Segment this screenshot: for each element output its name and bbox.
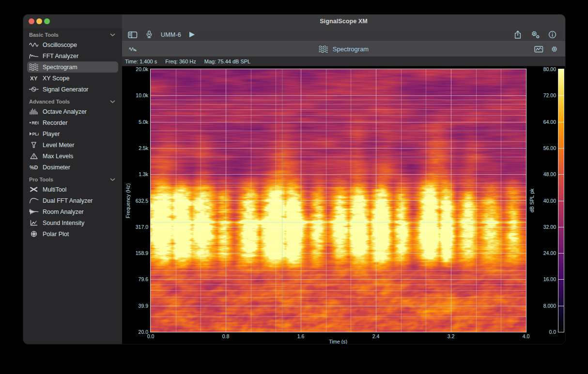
svg-text:%D: %D — [30, 165, 38, 170]
info-icon[interactable] — [548, 30, 557, 39]
view-title: Spectrogram — [333, 45, 369, 53]
colorbar-tick-label: 56.00 — [537, 145, 556, 151]
chart-window-icon[interactable] — [534, 45, 543, 53]
sidebar-section-basic-tools[interactable]: Basic Tools — [23, 28, 122, 39]
microphone-icon[interactable] — [145, 30, 154, 39]
max-levels-icon — [27, 152, 41, 160]
sidebar-item-sound-intensity[interactable]: Sound Intensity — [27, 217, 118, 228]
sidebar-item-label: Spectrogram — [41, 64, 77, 71]
minimize-button[interactable] — [36, 18, 42, 24]
sidebar-item-recorder[interactable]: RECRecorder — [27, 117, 118, 128]
cursor-readout-bar: Time: 1.400 s Freq: 360 Hz Mag: 75.44 dB… — [122, 57, 565, 66]
y-tick-label: 20.0k — [127, 66, 148, 72]
sidebar-item-label: Player — [41, 131, 60, 137]
play-button[interactable] — [188, 31, 196, 38]
sidebar-toggle-icon[interactable] — [128, 31, 138, 39]
colorbar-tick-label: 0.0 — [537, 329, 556, 335]
sidebar-item-dosimeter[interactable]: %DDosimeter — [27, 162, 118, 173]
preferences-gears-icon[interactable] — [530, 30, 540, 39]
sidebar-item-max-levels[interactable]: Max Levels — [27, 150, 118, 162]
sidebar-item-polar-plot[interactable]: Polar Plot — [27, 228, 118, 239]
sound-intensity-icon — [27, 219, 41, 226]
sidebar-item-signal-generator[interactable]: Signal Generator — [27, 84, 118, 95]
x-tick-label: 0.0 — [141, 333, 160, 339]
sidebar-item-octave-analyzer[interactable]: Octave Analyzer — [27, 106, 118, 117]
sidebar: Basic ToolsOscilloscopeFFT AnalyzerSpect… — [23, 28, 123, 344]
cursor-time-readout: Time: 1.400 s — [125, 59, 157, 64]
zoom-button[interactable] — [44, 18, 50, 24]
sidebar-item-label: XY Scope — [41, 75, 69, 82]
sidebar-item-label: FFT Analyzer — [41, 53, 78, 60]
section-label: Advanced Tools — [29, 99, 70, 105]
colorbar-tick-label: 64.00 — [537, 119, 556, 125]
x-tick-label: 0.8 — [216, 333, 235, 339]
colorbar-tick-label: 40.00 — [537, 198, 556, 204]
signal-generator-icon — [27, 86, 41, 93]
spectrogram-plot[interactable] — [150, 69, 526, 332]
y-tick-label: 79.6 — [127, 276, 148, 282]
share-icon[interactable] — [513, 30, 522, 39]
colorbar-tick-mark — [558, 148, 564, 149]
sidebar-item-dual-fft-analyzer[interactable]: Dual FFT Analyzer — [27, 195, 118, 206]
sidebar-item-level-meter[interactable]: Level Meter — [27, 139, 118, 150]
room-analyzer-icon — [27, 208, 41, 215]
dosimeter-icon: %D — [27, 164, 41, 171]
sidebar-item-label: Room Analyzer — [41, 209, 84, 215]
colorbar-tick-label: 24.00 — [537, 250, 556, 256]
sidebar-item-label: MultiTool — [41, 186, 66, 193]
x-tick-label: 2.4 — [366, 333, 386, 339]
sidebar-item-label: Oscilloscope — [41, 42, 77, 48]
window-title: SignalScope XM — [122, 15, 565, 28]
colorbar-tick-mark — [558, 279, 564, 280]
colorbar-tick-mark — [558, 122, 564, 122]
waveform-arrow-icon[interactable] — [129, 45, 138, 53]
sidebar-item-fft-analyzer[interactable]: FFT Analyzer — [27, 50, 118, 61]
multitool-icon — [27, 186, 41, 193]
sidebar-item-player[interactable]: PLAYPlayer — [27, 128, 118, 139]
sidebar-item-spectrogram[interactable]: Spectrogram — [27, 61, 118, 73]
sidebar-section-pro-tools[interactable]: Pro Tools — [23, 173, 122, 184]
fft-analyzer-icon — [27, 52, 41, 60]
view-toolbar: Spectrogram — [122, 41, 565, 57]
app-window: SignalScope XM Basic ToolsOscilloscopeFF… — [23, 15, 565, 344]
colorbar-tick-mark — [558, 174, 564, 175]
svg-text:XY: XY — [30, 75, 38, 81]
device-selector[interactable]: UMM-6 — [161, 31, 181, 38]
y-tick-label: 39.9 — [127, 303, 148, 309]
spectrogram-canvas[interactable] — [151, 69, 526, 332]
sidebar-item-oscilloscope[interactable]: Oscilloscope — [27, 39, 118, 50]
player-icon: PLAY — [27, 130, 41, 137]
cursor-freq-readout: Freq: 360 Hz — [165, 59, 196, 64]
svg-text:PLAY: PLAY — [32, 132, 39, 136]
y-tick-label: 1.3k — [127, 171, 148, 177]
sidebar-item-room-analyzer[interactable]: Room Analyzer — [27, 206, 118, 217]
sidebar-item-xy-scope[interactable]: XYXY Scope — [27, 73, 118, 84]
settings-gear-icon[interactable] — [550, 45, 558, 53]
close-button[interactable] — [29, 18, 34, 24]
plot-panel: Frequency (Hz) dB SPL pk Time (s) 20.0k1… — [122, 66, 565, 344]
colorbar-tick-label: 80.00 — [537, 66, 556, 72]
chevron-down-icon — [110, 32, 115, 38]
sidebar-section-advanced-tools[interactable]: Advanced Tools — [23, 95, 122, 106]
colorbar[interactable] — [558, 69, 564, 332]
section-label: Pro Tools — [29, 177, 53, 182]
section-label: Basic Tools — [29, 32, 59, 38]
colorbar-tick-mark — [558, 306, 564, 306]
x-axis-title: Time (s) — [290, 339, 387, 344]
sidebar-item-label: Dosimeter — [41, 164, 70, 171]
sidebar-item-multitool[interactable]: MultiTool — [27, 184, 118, 195]
y-tick-label: 632.5 — [127, 198, 148, 204]
xy-scope-icon: XY — [27, 75, 41, 82]
sidebar-item-label: Max Levels — [41, 153, 73, 160]
sidebar-item-label: Recorder — [41, 120, 67, 126]
colorbar-tick-label: 32.00 — [537, 224, 556, 230]
oscilloscope-icon — [27, 41, 41, 48]
main-content: UMM-6 Spectrogram — [122, 28, 565, 344]
y-tick-label: 2.5k — [127, 145, 148, 151]
colorbar-tick-label: 16.00 — [537, 276, 556, 282]
colorbar-tick-mark — [558, 253, 564, 254]
octave-analyzer-icon — [27, 108, 41, 115]
y-tick-label: 317.0 — [127, 224, 148, 230]
sidebar-item-label: Signal Generator — [41, 86, 89, 93]
title-bar: SignalScope XM — [23, 15, 565, 28]
